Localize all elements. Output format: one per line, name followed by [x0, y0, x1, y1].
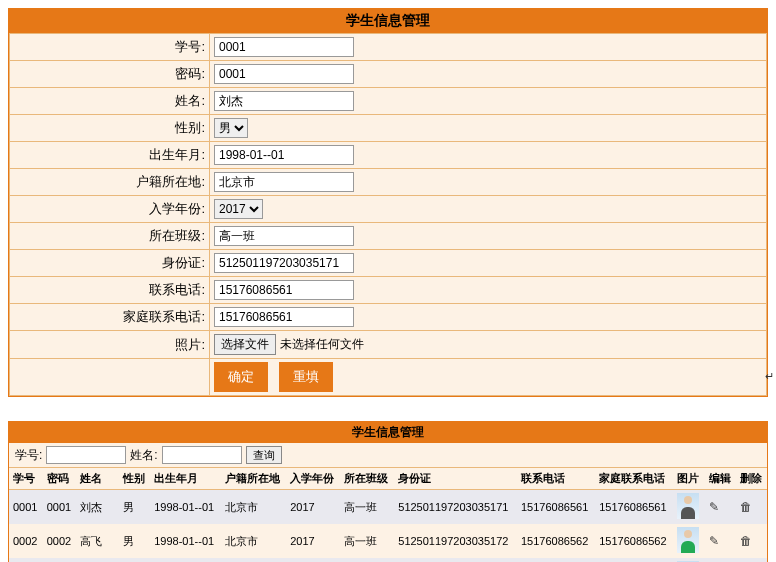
file-choose-button[interactable]: 选择文件: [214, 334, 276, 355]
search-id-label: 学号:: [15, 447, 42, 464]
delete-icon[interactable]: 🗑: [740, 500, 752, 514]
col-header: 联系电话: [517, 468, 595, 490]
cell-gender: 男: [119, 524, 150, 558]
cell-residence: 北京市: [221, 524, 286, 558]
col-header: 所在班级: [340, 468, 394, 490]
search-button[interactable]: 查询: [246, 446, 282, 464]
cell-name: 刘杰: [76, 490, 119, 525]
label-gender: 性别:: [10, 115, 210, 142]
search-id-input[interactable]: [46, 446, 126, 464]
cell-idcard: 512501197203035171: [394, 490, 517, 525]
reset-button[interactable]: 重填: [279, 362, 333, 392]
label-name: 姓名:: [10, 88, 210, 115]
cell-class: 高一班: [340, 490, 394, 525]
search-bar: 学号: 姓名: 查询: [9, 443, 767, 468]
cell-class: 高一班: [340, 524, 394, 558]
label-id: 学号:: [10, 34, 210, 61]
select-enroll[interactable]: 2017: [214, 199, 263, 219]
cell-enroll: 2017: [286, 524, 340, 558]
label-home-phone: 家庭联系电话:: [10, 304, 210, 331]
cell-idcard: 512501197203035172: [394, 524, 517, 558]
col-header: 出生年月: [150, 468, 221, 490]
cell-enroll: 2017: [286, 558, 340, 562]
cell-home_phone: 15176086561: [595, 490, 673, 525]
table-row: 00020002高飞男1998-01--01北京市2017高一班51250119…: [9, 524, 767, 558]
label-phone: 联系电话:: [10, 277, 210, 304]
cell-gender: 女: [119, 558, 150, 562]
col-header: 学号: [9, 468, 43, 490]
input-residence[interactable]: [214, 172, 354, 192]
cell-gender: 男: [119, 490, 150, 525]
list-title: 学生信息管理: [9, 422, 767, 443]
photo-thumb: [677, 527, 699, 553]
cell-phone: 15176086561: [517, 490, 595, 525]
edit-icon[interactable]: ✎: [709, 534, 719, 548]
cell-idcard: 512501197203035172: [394, 558, 517, 562]
cell-home_phone: 15176086563: [595, 558, 673, 562]
data-table: 学号密码姓名性别出生年月户籍所在地入学年份所在班级身份证联系电话家庭联系电话图片…: [9, 468, 767, 562]
input-id[interactable]: [214, 37, 354, 57]
col-header: 入学年份: [286, 468, 340, 490]
photo-thumb: [677, 493, 699, 519]
form-title: 学生信息管理: [9, 9, 767, 33]
cell-birth: 1998-01--01: [150, 524, 221, 558]
col-header: 家庭联系电话: [595, 468, 673, 490]
table-row: 00010001刘杰男1998-01--01北京市2017高一班51250119…: [9, 490, 767, 525]
cell-pwd: 0001: [43, 490, 77, 525]
label-pwd: 密码:: [10, 61, 210, 88]
cell-class: 高一班: [340, 558, 394, 562]
label-birth: 出生年月:: [10, 142, 210, 169]
col-header: 删除: [736, 468, 767, 490]
cell-id: 0002: [9, 524, 43, 558]
return-icon: ↵: [765, 370, 774, 383]
form-panel: 学生信息管理 学号: 密码: 姓名: 性别: 男 出生年月: 户籍所在地: [8, 8, 768, 397]
file-status: 未选择任何文件: [280, 336, 364, 353]
cell-pwd: 0002: [43, 524, 77, 558]
input-name[interactable]: [214, 91, 354, 111]
cell-birth: 1998-01--01: [150, 558, 221, 562]
select-gender[interactable]: 男: [214, 118, 248, 138]
col-header: 图片: [673, 468, 704, 490]
cell-phone: 15176086563: [517, 558, 595, 562]
col-header: 姓名: [76, 468, 119, 490]
edit-icon[interactable]: ✎: [709, 500, 719, 514]
cell-name: 高飞: [76, 524, 119, 558]
search-name-input[interactable]: [162, 446, 242, 464]
label-idcard: 身份证:: [10, 250, 210, 277]
label-residence: 户籍所在地:: [10, 169, 210, 196]
submit-button[interactable]: 确定: [214, 362, 268, 392]
col-header: 编辑: [705, 468, 736, 490]
cell-residence: 北京市: [221, 558, 286, 562]
label-enroll: 入学年份:: [10, 196, 210, 223]
cell-name: 张夏晗: [76, 558, 119, 562]
table-row: 00030003张夏晗女1998-01--01北京市2017高一班5125011…: [9, 558, 767, 562]
input-class[interactable]: [214, 226, 354, 246]
col-header: 性别: [119, 468, 150, 490]
col-header: 密码: [43, 468, 77, 490]
input-idcard[interactable]: [214, 253, 354, 273]
list-panel: 学生信息管理 学号: 姓名: 查询 学号密码姓名性别出生年月户籍所在地入学年份所…: [8, 421, 768, 562]
cell-birth: 1998-01--01: [150, 490, 221, 525]
input-phone[interactable]: [214, 280, 354, 300]
input-pwd[interactable]: [214, 64, 354, 84]
search-name-label: 姓名:: [130, 447, 157, 464]
cell-home_phone: 15176086562: [595, 524, 673, 558]
cell-enroll: 2017: [286, 490, 340, 525]
cell-id: 0003: [9, 558, 43, 562]
delete-icon[interactable]: 🗑: [740, 534, 752, 548]
col-header: 身份证: [394, 468, 517, 490]
label-photo: 照片:: [10, 331, 210, 359]
input-home-phone[interactable]: [214, 307, 354, 327]
cell-phone: 15176086562: [517, 524, 595, 558]
cell-id: 0001: [9, 490, 43, 525]
cell-residence: 北京市: [221, 490, 286, 525]
label-class: 所在班级:: [10, 223, 210, 250]
input-birth[interactable]: [214, 145, 354, 165]
cell-pwd: 0003: [43, 558, 77, 562]
col-header: 户籍所在地: [221, 468, 286, 490]
